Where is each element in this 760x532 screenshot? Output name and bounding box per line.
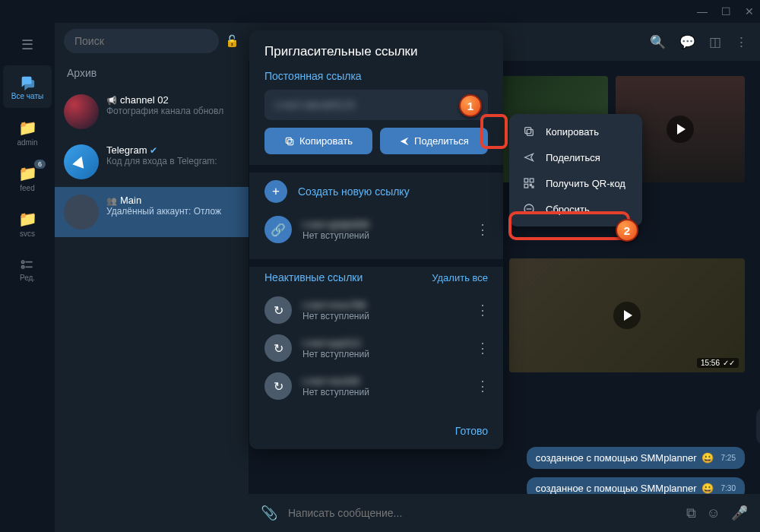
inactive-link-item[interactable]: ↻ t.me/+stu345Нет вступлений ⋮ — [264, 367, 488, 405]
emoji-icon[interactable]: ☺ — [707, 505, 720, 521]
delete-all-button[interactable]: Удалить все — [432, 272, 488, 283]
svg-rect-9 — [530, 179, 534, 182]
create-link-button[interactable]: + Создать новую ссылку — [264, 177, 488, 211]
more-icon[interactable]: ⋮ — [735, 34, 748, 50]
folder-icon: 📁 — [18, 164, 37, 182]
permanent-link-box: t.me/+abcdef123 ⋮ — [264, 90, 488, 120]
window-close[interactable]: ✕ — [745, 5, 754, 17]
svg-rect-4 — [288, 139, 293, 144]
permanent-link-text[interactable]: t.me/+abcdef123 — [275, 99, 355, 111]
link-icon: 🔗 — [264, 216, 292, 243]
sidepanel-icon[interactable]: ◫ — [709, 34, 721, 50]
inactive-link-item[interactable]: ↻ t.me/+pqr012Нет вступлений ⋮ — [264, 329, 488, 367]
avatar — [64, 94, 99, 129]
inactive-link-item[interactable]: ↻ t.me/+mno789Нет вступлений ⋮ — [264, 291, 488, 329]
verified-icon: ✔ — [150, 145, 157, 156]
svg-point-2 — [22, 265, 24, 268]
avatar — [64, 144, 99, 179]
folder-icon: 📁 — [18, 210, 37, 228]
svg-point-0 — [22, 261, 24, 263]
message-bubble[interactable]: созданное с помощью SMMplanner 😀 7:25 — [527, 447, 745, 469]
done-button[interactable]: Готово — [249, 416, 503, 443]
svg-rect-8 — [524, 179, 528, 182]
active-link-item[interactable]: 🔗 t.me/+ghijkl456 Нет вступлений ⋮ — [264, 211, 488, 249]
window-minimize[interactable]: — — [697, 5, 708, 17]
attach-icon[interactable]: 📎 — [261, 505, 277, 521]
inactive-links-heading: Неактивные ссылки — [264, 271, 363, 283]
annotation-marker-2: 2 — [616, 219, 638, 242]
svg-rect-10 — [524, 184, 528, 188]
copy-button[interactable]: Копировать — [264, 128, 372, 154]
ctx-copy[interactable]: Копировать — [509, 119, 642, 144]
search-icon[interactable]: 🔍 — [650, 34, 666, 50]
megaphone-icon — [106, 94, 117, 106]
service-message: ил(а) Удалённый аккаунт — [756, 407, 760, 445]
nav-admin[interactable]: 📁 admin — [3, 111, 52, 154]
link-options-button[interactable]: ⋮ — [476, 347, 488, 350]
message-bubble[interactable]: созданное с помощью SMMplanner 😀 7:30 — [527, 477, 745, 494]
revoked-icon: ↻ — [264, 372, 292, 400]
link-options-button[interactable]: ⋮ — [476, 309, 488, 312]
nav-edit[interactable]: Ред. — [3, 248, 52, 290]
comments-icon[interactable]: 💬 — [679, 34, 695, 50]
svg-rect-11 — [530, 184, 531, 185]
ctx-share[interactable]: Поделиться — [509, 144, 642, 170]
ctx-reset[interactable]: Сбросить — [509, 196, 642, 222]
chat-item-telegram[interactable]: Telegram ✔ Код для входа в Telegram: — [55, 137, 249, 187]
svg-rect-6 — [527, 129, 533, 135]
window-maximize[interactable]: ☐ — [721, 5, 731, 17]
link-context-menu: Копировать Поделиться Получить QR-код Сб… — [509, 114, 642, 226]
archive-folder[interactable]: Архив — [55, 59, 249, 87]
badge-count: 6 — [34, 160, 46, 169]
modal-title: Пригласительные ссылки — [249, 30, 503, 65]
media-thumb[interactable]: 15:56 ✓✓ — [509, 258, 745, 372]
play-icon — [613, 302, 641, 329]
svg-rect-12 — [532, 186, 534, 188]
folder-icon: 📁 — [18, 119, 37, 137]
video-duration: 15:56 ✓✓ — [697, 358, 739, 368]
commands-icon[interactable]: ⧉ — [686, 505, 696, 521]
message-input[interactable] — [288, 507, 676, 519]
ctx-qr[interactable]: Получить QR-код — [509, 170, 642, 196]
link-options-button[interactable]: ⋮ — [476, 228, 488, 231]
svg-rect-7 — [525, 128, 531, 134]
composer: 📎 ⧉ ☺ 🎤 — [249, 494, 760, 532]
play-icon — [667, 116, 694, 143]
permanent-link-heading: Постоянная ссылка — [264, 70, 488, 82]
chat-list-sidebar: 🔓 Архив channel 02 Фотография канала обн… — [55, 23, 249, 532]
annotation-marker-1: 1 — [459, 94, 482, 117]
search-input[interactable] — [64, 29, 219, 53]
revoked-icon: ↻ — [264, 334, 292, 362]
nav-rail: ☰ Все чаты 📁 admin 📁 6 feed 📁 svcs Ред. — [0, 23, 55, 532]
revoked-icon: ↻ — [264, 296, 292, 324]
nav-all-chats[interactable]: Все чаты — [3, 65, 52, 108]
nav-svcs[interactable]: 📁 svcs — [3, 202, 52, 245]
voice-icon[interactable]: 🎤 — [731, 505, 748, 521]
invite-links-modal: Пригласительные ссылки Постоянная ссылка… — [249, 30, 503, 449]
chat-item-main[interactable]: Main Удалённый аккаунт: Отлож — [55, 187, 249, 237]
link-options-button[interactable]: ⋮ — [476, 385, 488, 388]
plus-icon: + — [264, 180, 287, 203]
nav-feed[interactable]: 📁 6 feed — [3, 157, 52, 199]
lock-icon[interactable]: 🔓 — [225, 34, 239, 48]
hamburger-icon[interactable]: ☰ — [21, 27, 33, 62]
group-icon — [106, 195, 117, 206]
share-button[interactable]: Поделиться — [380, 128, 488, 154]
svg-rect-5 — [286, 138, 291, 143]
avatar — [64, 195, 99, 230]
chat-item-channel02[interactable]: channel 02 Фотография канала обновл — [55, 87, 249, 137]
